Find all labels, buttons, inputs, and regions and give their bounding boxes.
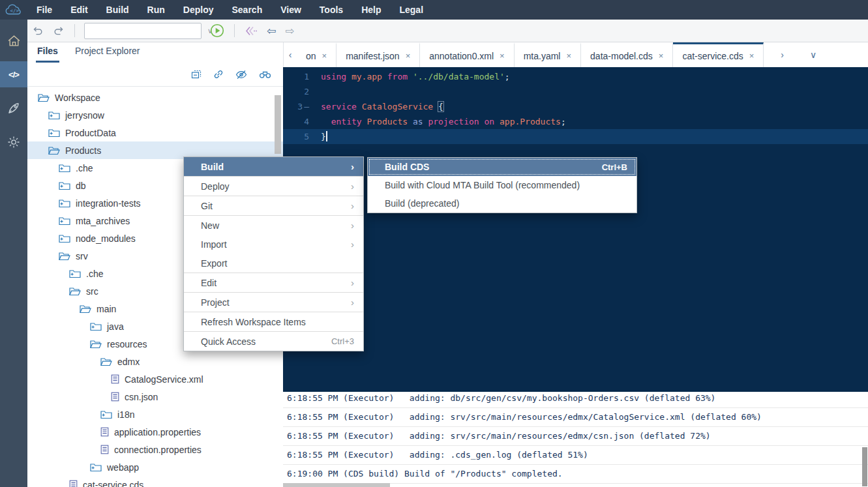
tree-item-label: main [97, 304, 116, 314]
menu-search[interactable]: Search [222, 0, 271, 20]
tree-item-jerrysnow[interactable]: jerrysnow [27, 106, 283, 124]
editor-tab-cat-service-cds[interactable]: cat-service.cds× [673, 42, 764, 67]
console-line: 6:18:55 PM (Executor) adding: db/src/gen… [283, 392, 868, 408]
editor-tab-mta-yaml[interactable]: mta.yaml× [515, 42, 581, 67]
tree-item-label: resources [107, 339, 147, 349]
close-icon[interactable]: × [500, 51, 505, 61]
console-line: 6:18:55 PM (Executor) adding: srv/src/ma… [283, 408, 868, 427]
last-edit-icon[interactable] [245, 26, 258, 36]
hide-hidden-files-icon[interactable] [235, 70, 247, 80]
menu-deploy[interactable]: Deploy [174, 0, 223, 20]
menu-item-label: Refresh Workspace Items [201, 317, 354, 327]
tabs-scroll-left-icon[interactable]: ‹ [284, 42, 297, 67]
editor-tab-on[interactable]: on× [297, 42, 337, 67]
tree-item-csn-json[interactable]: csn.json [27, 388, 283, 406]
close-icon[interactable]: × [566, 51, 571, 61]
console-vertical-scrollbar[interactable] [862, 447, 867, 486]
tree-item-label: ProductData [65, 128, 116, 138]
tree-item-workspace[interactable]: Workspace [27, 89, 283, 106]
context-menu-item-new[interactable]: New› [184, 216, 363, 235]
tab-files[interactable]: Files [36, 46, 59, 63]
code-line-2[interactable]: 2 [283, 84, 868, 99]
tree-item-label: db [76, 181, 86, 191]
code-editor[interactable]: 1using my.app from '../db/data-model';23… [283, 67, 868, 392]
context-menu-item-git[interactable]: Git› [184, 196, 363, 215]
folder-closed-icon [48, 128, 60, 138]
editor-tab-annotation0-xml[interactable]: annotation0.xml× [420, 42, 514, 67]
menu-tools[interactable]: Tools [310, 0, 352, 20]
close-icon[interactable]: × [322, 51, 327, 61]
submenu-item-build-with-cloud-mta-build-tool-recommended-[interactable]: Build with Cloud MTA Build Tool (recomme… [368, 176, 636, 194]
code-line-1[interactable]: 1using my.app from '../db/data-model'; [283, 69, 868, 84]
code-line-4[interactable]: 4 entity Products as projection on app.P… [283, 114, 868, 129]
navigate-back-icon[interactable]: ⇦ [267, 25, 276, 37]
rail-home-icon[interactable] [0, 27, 27, 53]
editor-tab-data-model-cds[interactable]: data-model.cds× [581, 42, 673, 67]
context-menu-item-build[interactable]: Build› [184, 157, 363, 176]
menu-run[interactable]: Run [138, 0, 174, 20]
menu-help[interactable]: Help [352, 0, 390, 20]
run-configuration-combobox[interactable]: ∨ [84, 23, 202, 39]
context-menu-item-refresh-workspace-items[interactable]: Refresh Workspace Items [184, 312, 363, 331]
context-menu-item-deploy[interactable]: Deploy› [184, 177, 363, 196]
menu-file[interactable]: File [27, 0, 61, 20]
gear-icon [7, 136, 20, 149]
console-line: 6:18:55 PM (Executor) adding: srv/src/ma… [283, 427, 868, 446]
tree-item-cat-service-cds[interactable]: cat-service.cds [27, 476, 283, 487]
menu-item-label: Build (deprecated) [385, 198, 627, 209]
tabs-scroll-right-icon[interactable]: › [773, 42, 792, 67]
context-menu-item-quick-access[interactable]: Quick AccessCtrl+3 [184, 332, 363, 351]
tab-project-explorer[interactable]: Project Explorer [74, 46, 142, 63]
menu-build[interactable]: Build [97, 0, 138, 20]
tabs-overflow-icon[interactable]: ∨ [802, 42, 824, 67]
tree-item-label: .che [76, 163, 93, 173]
tree-item-application-properties[interactable]: application.properties [27, 423, 283, 441]
tree-item-connection-properties[interactable]: connection.properties [27, 441, 283, 458]
redo-icon[interactable] [53, 25, 65, 37]
menu-item-label: Export [201, 258, 354, 269]
code-text: entity Products as projection on app.Pro… [313, 114, 566, 129]
submenu-item-build-deprecated-[interactable]: Build (deprecated) [368, 194, 636, 213]
context-menu-item-import[interactable]: Import› [184, 235, 363, 254]
editor-area: ‹on×manifest.json×annotation0.xml×mta.ya… [283, 42, 868, 487]
search-binoculars-icon[interactable] [259, 70, 271, 79]
run-configuration-input[interactable] [85, 25, 207, 37]
rail-code-icon[interactable]: </> [0, 61, 27, 87]
code-line-3[interactable]: 3–service CatalogService { [283, 99, 868, 114]
navigate-forward-icon[interactable]: ⇨ [285, 25, 294, 37]
close-icon[interactable]: × [406, 51, 411, 61]
play-icon[interactable] [210, 23, 224, 38]
code-line-5[interactable]: 5} [283, 129, 868, 144]
editor-tab-manifest-json[interactable]: manifest.json× [337, 42, 420, 67]
tree-item-edmx[interactable]: edmx [27, 353, 283, 370]
menu-item-label: Build [201, 162, 351, 172]
fold-marker-icon[interactable]: – [304, 102, 309, 111]
close-icon[interactable]: × [749, 51, 755, 61]
menu-item-shortcut: Ctrl+3 [331, 336, 354, 346]
undo-icon[interactable] [32, 25, 44, 37]
console-output: 6:18:55 PM (Executor) adding: db/src/gen… [283, 392, 868, 487]
folder-closed-icon [69, 269, 81, 278]
menu-legal[interactable]: Legal [390, 0, 432, 20]
context-menu-item-project[interactable]: Project› [184, 293, 363, 312]
console-horizontal-scrollbar[interactable] [283, 483, 390, 487]
tree-item-i18n[interactable]: i18n [27, 406, 283, 423]
link-icon[interactable] [213, 69, 224, 80]
context-menu-item-edit[interactable]: Edit› [184, 273, 363, 292]
tree-item-label: webapp [107, 462, 139, 473]
close-icon[interactable]: × [659, 51, 664, 61]
submenu-arrow-icon: › [351, 297, 354, 308]
collapse-all-icon[interactable] [191, 69, 202, 80]
rail-rocket-icon[interactable] [0, 95, 27, 121]
tree-item-productdata[interactable]: ProductData [27, 124, 283, 141]
submenu-item-build-cds[interactable]: Build CDSCtrl+B [368, 158, 636, 176]
context-menu-item-export[interactable]: Export [184, 254, 363, 273]
rail-gear-icon[interactable] [0, 129, 27, 155]
folder-open-icon [38, 93, 50, 102]
tree-item-label: application.properties [114, 427, 201, 437]
menu-edit[interactable]: Edit [61, 0, 97, 20]
explorer-scrollbar[interactable] [275, 95, 281, 154]
menu-view[interactable]: View [271, 0, 310, 20]
tree-item-catalogservice-xml[interactable]: CatalogService.xml [27, 370, 283, 388]
tree-item-webapp[interactable]: webapp [27, 458, 283, 476]
